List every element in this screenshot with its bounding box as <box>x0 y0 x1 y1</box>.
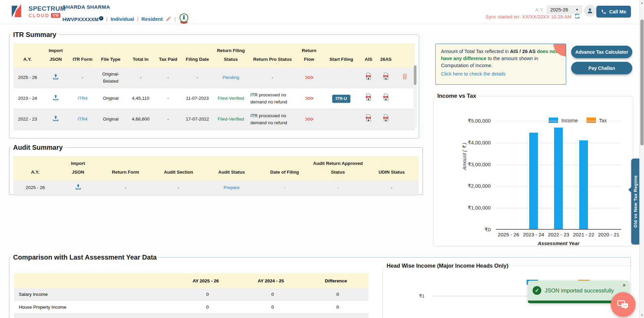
chart-ytick-label: ₹0 <box>485 227 491 233</box>
26as-pdf-download-icon[interactable]: PDF <box>382 73 390 83</box>
import-json-upload-icon[interactable] <box>52 73 59 83</box>
itr-summary-table: A.Y. ImportJSON ITR Form File Type Total… <box>13 43 415 130</box>
26as-pdf-download-icon[interactable]: PDF <box>382 114 390 125</box>
return-flow-icon[interactable]: >>> <box>305 94 313 104</box>
incometax-emblem-icon[interactable] <box>179 13 189 25</box>
itr-table-header: A.Y. ImportJSON ITR Form File Type Total… <box>13 43 415 67</box>
itr-summary-section: ITR Summary A.Y. ImportJSON ITR Form Fil… <box>9 31 419 138</box>
sync-refresh-icon[interactable] <box>574 13 580 20</box>
audit-summary-table: A.Y. ImportJSON Return Form Audit Sectio… <box>13 156 418 196</box>
chart-bar-group <box>596 121 621 229</box>
page-scrollbar-thumb[interactable] <box>640 19 644 145</box>
comparison-row: Salary Income 0 0 0 <box>14 288 368 301</box>
chart-bar-group <box>496 121 521 229</box>
old-vs-new-tax-regime-tab[interactable]: Old vs New Tax Regime <box>631 158 639 244</box>
client-pan: HWVPXXXXXMi <box>62 16 103 22</box>
audit-summary-title: Audit Summary <box>11 144 65 151</box>
chat-bubble-icon <box>617 298 630 311</box>
chart-ytick-label: ₹4,00,000 <box>468 140 491 146</box>
26as-pdf-download-icon[interactable]: PDF <box>382 93 390 104</box>
filing-status: Filed-Verified <box>213 115 248 124</box>
itr-table-scrollbar-thumb[interactable] <box>414 65 416 85</box>
brand-name-line2: CLOUD <box>29 13 49 18</box>
check-details-link[interactable]: Click here to check the details <box>441 71 506 78</box>
residency-status: Resident <box>141 16 162 22</box>
edit-pencil-icon[interactable] <box>166 16 171 22</box>
svg-text:PDF: PDF <box>367 76 370 77</box>
phone-icon <box>601 9 606 14</box>
svg-text:PDF: PDF <box>384 117 387 119</box>
itr-form-link[interactable]: ITR4 <box>70 94 95 103</box>
client-info: SHARDA SHARMA HWVPXXXXXMi | Individual |… <box>62 4 189 25</box>
pay-challan-button[interactable]: Pay Challan <box>571 62 632 74</box>
delete-icon[interactable] <box>402 73 408 82</box>
brand-badge: ITR <box>51 13 60 18</box>
income-vs-tax-chart: Income vs Tax Income Tax Amount ( ₹ ) ₹0… <box>433 93 633 246</box>
brand-name-line1: SPECTRUM <box>29 5 66 12</box>
prepare-link[interactable]: Prepare <box>205 183 258 193</box>
ais-pdf-download-icon[interactable]: PDF <box>365 93 372 104</box>
audit-summary-section: Audit Summary A.Y. ImportJSON Return For… <box>9 144 423 195</box>
user-avatar[interactable] <box>584 5 596 17</box>
income-vs-tax-title: Income vs Tax <box>435 93 479 99</box>
chart-xtick-label: 2025 - 26 <box>496 232 521 237</box>
notice-text: Amount of Total Tax reflected in <box>441 49 510 54</box>
chart-x-axis: 2025 - 262023 - 242022 - 232021 - 222020… <box>496 232 621 237</box>
import-json-upload-icon[interactable] <box>52 115 59 124</box>
ais-pdf-download-icon[interactable]: PDF <box>365 73 372 83</box>
itr-row: 2022 - 23 ITR4 Original 4,68,600 - 17-07… <box>13 109 415 130</box>
return-flow-icon[interactable]: >>> <box>305 115 313 125</box>
person-icon <box>587 7 593 14</box>
chevron-down-icon: ▼ <box>576 8 579 11</box>
chart-xtick-label: 2020 - 21 <box>596 232 621 237</box>
client-name: SHARDA SHARMA <box>62 4 189 10</box>
itr-u-button[interactable]: ITR-U <box>332 95 350 103</box>
toast-message: JSON imported successfully <box>545 287 614 294</box>
itr-summary-title: ITR Summary <box>11 31 59 39</box>
assessment-year-select[interactable]: 2025-26 ▼ <box>547 5 582 14</box>
top-header: SPECTRUM CLOUD ITR SHARDA SHARMA HWVPXXX… <box>0 0 644 24</box>
ais-pdf-download-icon[interactable]: PDF <box>365 114 372 125</box>
import-json-upload-icon[interactable] <box>75 183 82 193</box>
comparison-table: AY 2025 - 26 AY 2024 - 25 Difference Sal… <box>14 273 368 318</box>
sync-status-text: Sync started on: XX/XX/20XX 10:28 AM <box>486 14 572 19</box>
income-bar <box>579 140 588 229</box>
toast-close-icon[interactable]: × <box>623 282 626 289</box>
call-me-label: Call Me <box>609 9 626 14</box>
chart-ytick-label: ₹3,00,000 <box>468 162 491 168</box>
income-bar <box>529 133 538 229</box>
chart-xtick-label: 2023 - 24 <box>521 232 546 237</box>
chart-bar-group <box>571 121 596 229</box>
ay-label: A.Y. <box>535 7 544 12</box>
ais-26as-notice: Amount of Total Tax reflected in AIS / 2… <box>435 44 566 85</box>
income-bar <box>554 128 563 229</box>
comparison-row: House Property Income 0 0 0 <box>14 301 368 314</box>
filing-status: Filed-Verified <box>213 94 248 103</box>
chart-xtick-label: 2021 - 22 <box>571 232 596 237</box>
chart-ytick-label: ₹5,00,000 <box>468 118 491 124</box>
comparison-title: Comparison with Last Assessment Year Dat… <box>11 254 159 261</box>
brand-logo-icon <box>11 4 26 19</box>
chart-x-axis-label: Assessment Year <box>496 240 621 246</box>
svg-text:PDF: PDF <box>367 96 370 98</box>
return-flow-icon[interactable]: >>> <box>305 73 313 83</box>
ay-selected-value: 2025-26 <box>550 7 568 12</box>
import-json-upload-icon[interactable] <box>52 94 59 103</box>
separator: | <box>106 16 108 22</box>
brand-logo: SPECTRUM CLOUD ITR <box>11 4 66 19</box>
scroll-up-icon[interactable]: ▲ <box>640 1 644 4</box>
separator: | <box>175 16 176 22</box>
itr-form-link[interactable]: ITR4 <box>70 115 95 124</box>
advance-tax-calculator-button[interactable]: Advance Tax Calculator <box>571 46 632 58</box>
page-scrollbar: ▲ ▼ <box>639 0 644 318</box>
chat-widget-button[interactable] <box>611 292 636 317</box>
itr-row: 2023 - 24 ITR4 Original 4,45,110 - 11-07… <box>13 88 415 109</box>
chart-ytick-label: ₹1,00,000 <box>468 205 491 211</box>
call-me-button[interactable]: Call Me <box>596 6 631 17</box>
pan-info-icon[interactable]: i <box>99 16 103 20</box>
head-wise-ytick: ₹1 <box>419 293 425 299</box>
separator: | <box>137 16 138 22</box>
scroll-down-icon[interactable]: ▼ <box>640 314 644 317</box>
svg-text:PDF: PDF <box>367 117 370 119</box>
page: SPECTRUM CLOUD ITR SHARDA SHARMA HWVPXXX… <box>0 0 644 318</box>
